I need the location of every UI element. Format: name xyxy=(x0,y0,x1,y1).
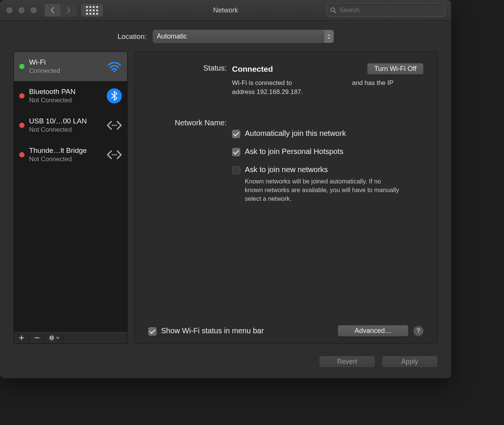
detail-bottom-row: Show Wi-Fi status in menu bar Advanced… … xyxy=(148,317,424,337)
svg-point-3 xyxy=(112,125,113,126)
wifi-toggle-button[interactable]: Turn Wi-Fi Off xyxy=(367,63,424,75)
status-description: Wi-Fi is connected to and has the IP add… xyxy=(232,79,394,97)
sidebar-item-wifi[interactable]: Wi-Fi Connected xyxy=(14,52,127,81)
status-value: Connected xyxy=(232,65,367,74)
chevron-down-icon xyxy=(56,337,59,339)
check-description: Known networks will be joined automatica… xyxy=(245,177,400,203)
check-ask-new-networks[interactable]: Ask to join new networks Known networks … xyxy=(232,165,424,203)
remove-interface-button[interactable] xyxy=(29,332,45,343)
location-value: Automatic xyxy=(157,32,187,40)
ethernet-icon xyxy=(106,149,123,161)
footer: Revert Apply xyxy=(0,349,451,378)
interface-status: Not Connected xyxy=(29,156,106,163)
svg-line-18 xyxy=(53,339,54,340)
svg-line-1 xyxy=(334,11,336,13)
checkbox[interactable] xyxy=(232,130,240,138)
interface-name: Bluetooth PAN xyxy=(29,88,106,96)
minimize-window-button[interactable] xyxy=(18,7,25,14)
check-label: Ask to join Personal Hotspots xyxy=(245,147,343,156)
sidebar-wrap: Wi-Fi Connected xyxy=(14,51,128,344)
main-area: Wi-Fi Connected xyxy=(0,51,451,349)
check-label: Show Wi-Fi status in menu bar xyxy=(161,326,264,335)
ethernet-icon xyxy=(106,119,123,131)
sidebar-item-thunderbolt-bridge[interactable]: Thunde…lt Bridge Not Connected xyxy=(14,140,127,169)
status-label: Status: xyxy=(148,63,232,72)
status-dot-icon xyxy=(19,93,25,99)
plus-icon xyxy=(18,335,25,341)
svg-point-12 xyxy=(51,337,53,339)
status-row: Status: Connected Turn Wi-Fi Off Wi-Fi i… xyxy=(148,63,424,97)
interface-name: USB 10/…00 LAN xyxy=(29,117,106,125)
svg-point-5 xyxy=(115,125,117,126)
svg-point-7 xyxy=(114,154,115,156)
interface-name: Thunde…lt Bridge xyxy=(29,146,106,155)
status-dot-icon xyxy=(19,152,25,157)
forward-button[interactable] xyxy=(61,4,77,17)
close-window-button[interactable] xyxy=(6,7,13,14)
svg-point-6 xyxy=(112,154,113,156)
svg-point-2 xyxy=(114,70,115,72)
traffic-lights xyxy=(6,7,37,14)
bluetooth-icon xyxy=(106,88,123,103)
interface-status: Not Connected xyxy=(29,97,106,104)
network-name-row: Network Name: Automatically join this ne… xyxy=(148,118,424,203)
search-field[interactable] xyxy=(327,3,445,17)
nav-buttons xyxy=(45,4,77,17)
interface-actions-menu[interactable] xyxy=(45,332,63,343)
checkbox[interactable] xyxy=(148,327,157,336)
help-button[interactable]: ? xyxy=(413,326,424,336)
search-input[interactable] xyxy=(338,6,442,14)
show-all-button[interactable] xyxy=(81,4,103,17)
sidebar-item-usb-lan[interactable]: USB 10/…00 LAN Not Connected xyxy=(14,111,127,140)
interface-status: Connected xyxy=(29,67,106,75)
gear-icon xyxy=(49,334,55,341)
apply-button[interactable]: Apply xyxy=(382,356,438,368)
location-select[interactable]: Automatic xyxy=(153,30,334,43)
sidebar-item-bluetooth-pan[interactable]: Bluetooth PAN Not Connected xyxy=(14,81,127,111)
wifi-icon xyxy=(106,61,123,72)
check-auto-join[interactable]: Automatically join this network xyxy=(232,129,424,138)
location-stepper-icon xyxy=(324,30,333,43)
add-interface-button[interactable] xyxy=(14,332,29,343)
check-label: Automatically join this network xyxy=(245,129,346,138)
titlebar: Network xyxy=(0,0,451,21)
check-ask-hotspots[interactable]: Ask to join Personal Hotspots xyxy=(232,147,424,156)
minus-icon xyxy=(34,335,40,341)
interface-status: Not Connected xyxy=(29,126,106,134)
interface-list: Wi-Fi Connected xyxy=(14,51,128,332)
check-label: Ask to join new networks xyxy=(245,165,400,174)
network-name-label: Network Name: xyxy=(148,118,232,127)
svg-line-19 xyxy=(53,336,54,337)
revert-button[interactable]: Revert xyxy=(319,356,375,368)
svg-line-17 xyxy=(50,336,51,337)
checkbox[interactable] xyxy=(232,166,240,174)
status-dot-icon xyxy=(19,123,25,128)
svg-point-8 xyxy=(115,154,117,156)
location-label: Location: xyxy=(117,32,146,41)
svg-point-4 xyxy=(114,125,115,126)
network-preferences-window: Network Location: Automatic Wi-Fi Conne xyxy=(0,0,451,378)
back-button[interactable] xyxy=(45,4,61,17)
grid-icon xyxy=(86,6,98,15)
menubar-status-check[interactable]: Show Wi-Fi status in menu bar xyxy=(148,326,264,336)
advanced-button[interactable]: Advanced… xyxy=(338,325,409,337)
detail-panel: Status: Connected Turn Wi-Fi Off Wi-Fi i… xyxy=(134,51,438,344)
sidebar-actions xyxy=(14,332,128,344)
location-row: Location: Automatic xyxy=(0,21,451,51)
interface-name: Wi-Fi xyxy=(29,58,106,66)
status-dot-icon xyxy=(19,64,25,69)
svg-line-20 xyxy=(50,339,51,340)
zoom-window-button[interactable] xyxy=(30,7,37,14)
checkbox[interactable] xyxy=(232,148,240,156)
search-icon xyxy=(330,7,336,14)
